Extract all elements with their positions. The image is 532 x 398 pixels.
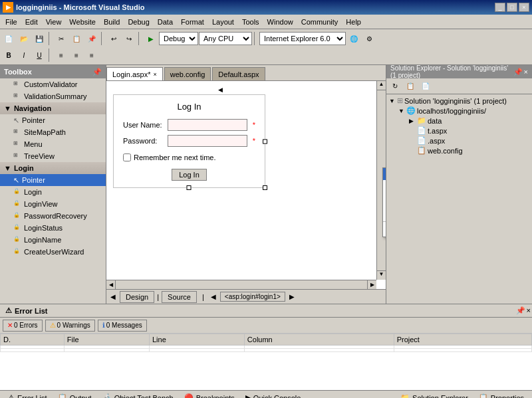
resize-handle-bottom[interactable]: [187, 185, 192, 190]
scroll-down[interactable]: ▼: [377, 270, 386, 280]
tab-webconfig[interactable]: web.config: [164, 67, 211, 80]
toolbox-item-pointer-login[interactable]: ↖ Pointer: [0, 174, 106, 186]
source-view-button[interactable]: Source: [162, 291, 197, 303]
toolbox-item-loginview[interactable]: 🔒 LoginView: [0, 198, 106, 210]
sol-properties[interactable]: 📋: [403, 79, 418, 94]
vs-tab-properties[interactable]: 📋 Properties: [473, 392, 529, 398]
tb-undo[interactable]: ↩: [106, 31, 121, 46]
smart-tag-arrow[interactable]: ◀: [218, 86, 223, 93]
menu-tools[interactable]: Tools: [238, 17, 263, 27]
tb-open[interactable]: 📂: [17, 31, 31, 46]
sol-refresh[interactable]: ↻: [388, 79, 402, 94]
design-view-button[interactable]: Design: [120, 291, 154, 303]
tb-settings[interactable]: ⚙: [362, 31, 376, 46]
tb-bold[interactable]: B: [1, 48, 16, 62]
tree-aspx[interactable]: 📄 .aspx: [388, 136, 531, 146]
password-input[interactable]: [168, 135, 247, 147]
bottom-pane-close[interactable]: ×: [527, 306, 531, 315]
toolbox-item-customvalidator[interactable]: ⊞ CustomValidator: [0, 78, 106, 90]
toolbox-item-loginstatus[interactable]: 🔒 LoginStatus: [0, 222, 106, 234]
menu-layout[interactable]: Layout: [208, 17, 238, 27]
tb-italic[interactable]: I: [17, 48, 31, 62]
vs-tab-solutionexplorer[interactable]: 📁 Solution Explorer: [395, 392, 473, 398]
menu-help[interactable]: Help: [342, 17, 365, 27]
toolbox-item-validationsummary[interactable]: ⊞ ValidationSummary: [0, 90, 106, 102]
login-submit-button[interactable]: Log In: [172, 169, 207, 181]
tab-defaultaspx[interactable]: Default.aspx: [212, 67, 265, 80]
menu-data[interactable]: Data: [154, 17, 177, 27]
resize-handle-corner[interactable]: [263, 185, 267, 190]
tb-new[interactable]: 📄: [1, 31, 16, 46]
tb-redo[interactable]: ↪: [122, 31, 136, 46]
menu-window[interactable]: Window: [263, 17, 297, 27]
bottom-pane-pin[interactable]: 📌: [516, 306, 525, 315]
warnings-button[interactable]: ⚠ 0 Warnings: [45, 320, 95, 332]
toolbox-item-menu[interactable]: ⊞ Menu: [0, 138, 106, 150]
minimize-button[interactable]: _: [495, 3, 505, 12]
breadcrumb-nav-right[interactable]: ▶: [288, 293, 296, 300]
toolbox-section-login-title[interactable]: ▼ Login: [0, 162, 106, 174]
menu-debug[interactable]: Debug: [124, 17, 153, 27]
menu-view[interactable]: View: [42, 17, 66, 27]
tb-align-center[interactable]: ≡: [69, 48, 84, 62]
context-menu-convert[interactable]: Convert to Template: [383, 193, 386, 207]
tree-taspx[interactable]: 📄 t.aspx: [388, 126, 531, 136]
tb-copy[interactable]: 📋: [69, 31, 84, 46]
toolbox-item-treeview[interactable]: ⊞ TreeView: [0, 150, 106, 162]
remember-me-checkbox[interactable]: [123, 153, 131, 161]
toolbox-item-pointer-nav[interactable]: ↖ Pointer: [0, 114, 106, 126]
title-bar-buttons[interactable]: _ □ ×: [495, 3, 529, 12]
menu-file[interactable]: File: [1, 17, 21, 27]
messages-button[interactable]: ℹ 0 Messages: [98, 320, 147, 332]
tab-loginaspx-close[interactable]: ×: [154, 71, 157, 78]
menu-build[interactable]: Build: [100, 17, 124, 27]
toolbox-item-sitemappath[interactable]: ⊞ SiteMapPath: [0, 126, 106, 138]
menu-edit[interactable]: Edit: [21, 17, 42, 27]
tb-cut[interactable]: ✂: [54, 31, 68, 46]
toolbox-item-login[interactable]: 🔒 Login: [0, 186, 106, 198]
errors-button[interactable]: ✕ 0 Errors: [3, 320, 43, 332]
breadcrumb-nav-left[interactable]: ◀: [209, 293, 217, 300]
tree-project[interactable]: ▼ 🌐 localhost/logginginiis/: [388, 106, 531, 116]
toolbox-item-createuserwizard[interactable]: 🔒 CreateUserWizard: [0, 246, 106, 258]
login-control-box[interactable]: Log In User Name: * Password: *: [113, 94, 265, 188]
vs-tab-errorlist[interactable]: ⚠ Error List: [3, 392, 53, 398]
design-surface[interactable]: ◀ Log In User Name: * Password:: [106, 81, 386, 289]
tab-loginaspx[interactable]: Login.aspx* ×: [106, 67, 163, 80]
debug-config-combo[interactable]: Debug: [159, 32, 198, 45]
vs-tab-breakpoints[interactable]: 🔴 Breakpoints: [179, 392, 240, 398]
tree-solution[interactable]: ▼ ⊞ Solution 'logginginiis' (1 project): [388, 96, 531, 106]
tb-align-left[interactable]: ≡: [54, 48, 68, 62]
toolbox-section-navigation-title[interactable]: ▼ Navigation: [0, 102, 106, 114]
vs-tab-quickconsole[interactable]: ▶ Quick Console: [240, 392, 307, 398]
tb-underline[interactable]: U: [32, 48, 47, 62]
tb-paste[interactable]: 📌: [84, 31, 99, 46]
tree-webconfig[interactable]: 📋 web.config: [388, 146, 531, 155]
tree-data-folder[interactable]: ▶ 📁 data: [388, 116, 531, 126]
menu-format[interactable]: Format: [177, 17, 208, 27]
context-menu-autoformat[interactable]: Auto Format...: [383, 180, 386, 193]
tb-browse[interactable]: 🌐: [346, 31, 361, 46]
vs-tab-output[interactable]: 📋 Output: [53, 392, 97, 398]
tb-align-right[interactable]: ≡: [84, 48, 99, 62]
scrollbar-horizontal[interactable]: ◀ ▶: [106, 280, 376, 289]
sol-copy[interactable]: 📄: [418, 79, 433, 94]
context-menu-edittemplates[interactable]: Edit Templates: [383, 223, 386, 237]
tb-save[interactable]: 💾: [32, 31, 47, 46]
resize-handle-right[interactable]: [263, 139, 267, 144]
browser-combo[interactable]: Internet Explorer 6.0: [259, 32, 346, 45]
scroll-right[interactable]: ▶: [367, 280, 376, 289]
tb-start[interactable]: ▶: [144, 31, 158, 46]
toolbox-item-loginname[interactable]: 🔒 LoginName: [0, 234, 106, 246]
menu-website[interactable]: Website: [65, 17, 100, 27]
solution-close[interactable]: ×: [524, 68, 528, 76]
context-menu-administer[interactable]: Administer Website: [383, 207, 386, 220]
scroll-up[interactable]: ▲: [377, 81, 386, 90]
close-button[interactable]: ×: [519, 3, 529, 12]
vs-tab-objecttest[interactable]: 🔬 Object Test Bench: [97, 392, 179, 398]
scroll-left[interactable]: ◀: [106, 280, 116, 289]
breadcrumb-login1[interactable]: <asp:login#login1>: [220, 292, 285, 302]
toolbox-pin[interactable]: 📌: [92, 68, 102, 76]
platform-combo[interactable]: Any CPU: [199, 32, 252, 45]
menu-community[interactable]: Community: [297, 17, 342, 27]
